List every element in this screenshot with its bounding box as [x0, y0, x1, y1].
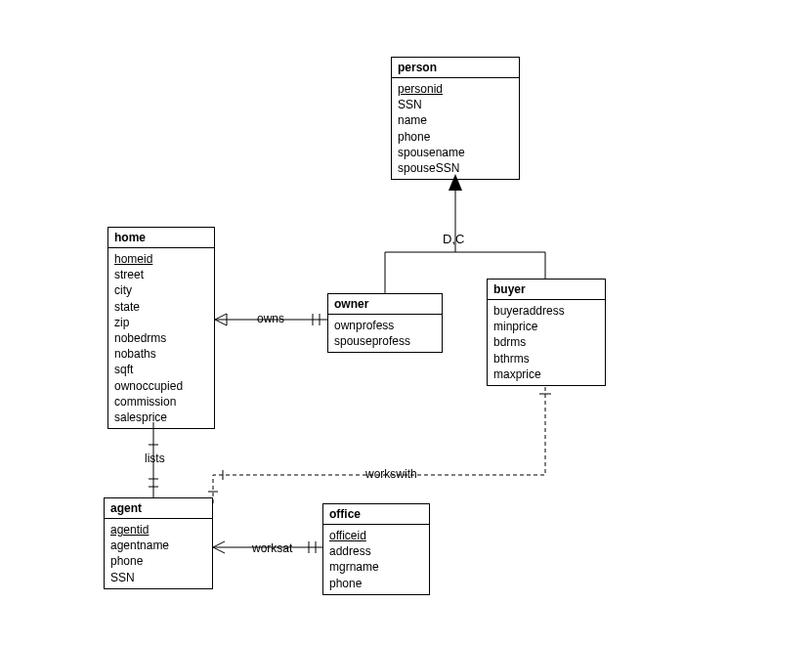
attr: officeid	[329, 528, 423, 543]
entity-title-home: home	[108, 228, 214, 248]
entity-title-office: office	[323, 504, 429, 525]
entity-home: home homeid street city state zip nobedr…	[107, 227, 215, 429]
attr: salesprice	[114, 409, 208, 425]
attr: commission	[114, 394, 208, 409]
attr: bthrms	[493, 351, 599, 366]
attr: nobaths	[114, 346, 208, 362]
rel-owns-label: owns	[255, 312, 286, 325]
svg-line-2	[215, 320, 227, 325]
constraint-label: D,C	[441, 232, 466, 246]
entity-title-owner: owner	[328, 294, 442, 315]
entity-buyer: buyer buyeraddress minprice bdrms bthrms…	[487, 279, 606, 386]
attr: nobedrms	[114, 330, 208, 346]
attr: phone	[398, 129, 513, 145]
entity-title-buyer: buyer	[488, 280, 605, 300]
rel-lists-label: lists	[143, 452, 167, 465]
entity-title-agent: agent	[105, 498, 212, 519]
svg-point-7	[150, 431, 157, 439]
entity-attrs-owner: ownprofess spouseprofess	[328, 315, 442, 352]
entity-agent: agent agentid agentname phone SSN	[104, 497, 213, 589]
attr: maxprice	[493, 366, 599, 382]
attr: address	[329, 543, 423, 559]
attr: phone	[110, 553, 206, 569]
attr: street	[114, 267, 208, 282]
entity-attrs-person: personid SSN name phone spousename spous…	[392, 78, 519, 179]
attr: agentname	[110, 538, 206, 553]
attr: agentid	[110, 522, 206, 538]
entity-office: office officeid address mgrname phone	[322, 503, 430, 595]
attr: minprice	[493, 319, 599, 334]
attr: buyeraddress	[493, 303, 599, 319]
attr: state	[114, 299, 208, 315]
svg-line-1	[215, 314, 227, 320]
rel-workswith-label: workswith	[363, 467, 419, 481]
rel-worksat-label: worksat	[250, 541, 294, 555]
entity-attrs-home: homeid street city state zip nobedrms no…	[108, 248, 214, 428]
attr: zip	[114, 315, 208, 330]
entity-person: person personid SSN name phone spousenam…	[391, 57, 520, 180]
svg-point-14	[228, 543, 235, 551]
svg-line-12	[213, 541, 225, 547]
attr: mgrname	[329, 559, 423, 575]
attr: city	[114, 282, 208, 298]
attr: ownoccupied	[114, 378, 208, 394]
entity-title-person: person	[392, 58, 519, 78]
attr: sqft	[114, 362, 208, 377]
attr: SSN	[110, 570, 206, 585]
attr: homeid	[114, 251, 208, 267]
attr: SSN	[398, 97, 513, 112]
svg-line-13	[213, 547, 225, 553]
attr: spouseSSN	[398, 160, 513, 176]
attr: personid	[398, 81, 513, 97]
attr: ownprofess	[334, 318, 436, 333]
entity-attrs-buyer: buyeraddress minprice bdrms bthrms maxpr…	[488, 300, 605, 385]
attr: bdrms	[493, 334, 599, 350]
entity-attrs-office: officeid address mgrname phone	[323, 525, 429, 594]
attr: spousename	[398, 145, 513, 160]
attr: phone	[329, 576, 423, 591]
attr: name	[398, 112, 513, 128]
entity-owner: owner ownprofess spouseprofess	[327, 293, 443, 353]
entity-attrs-agent: agentid agentname phone SSN	[105, 519, 212, 588]
attr: spouseprofess	[334, 333, 436, 349]
